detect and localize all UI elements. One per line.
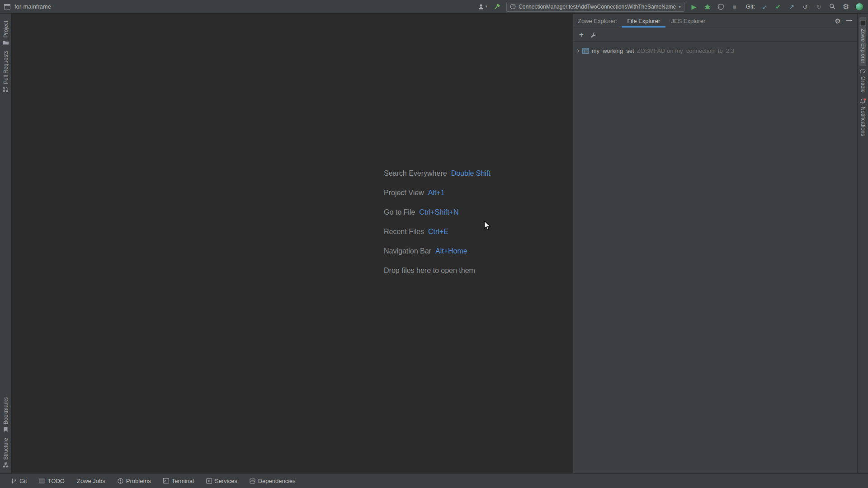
settings-gear-icon[interactable]: ⚙: [842, 2, 850, 11]
panel-title: Zowe Explorer:: [578, 18, 617, 24]
bottom-tool-bar: Git TODO Zowe Jobs Problems Terminal Ser…: [0, 473, 868, 488]
right-stripe-top: Zowe Explorer Gradle Notifications: [859, 17, 866, 139]
run-config-name: ConnectionManager.testAddTwoConnectionsW…: [519, 4, 676, 10]
git-push-icon[interactable]: ↗: [788, 2, 796, 11]
toolbutton-label: Dependencies: [258, 478, 296, 484]
hint-navigation-bar: Navigation BarAlt+Home: [384, 247, 491, 255]
code-with-me-icon[interactable]: ▾: [478, 2, 488, 11]
pull-request-icon: [3, 86, 9, 92]
play-icon: ▶: [691, 4, 696, 10]
toolbutton-dependencies[interactable]: Dependencies: [250, 478, 296, 484]
git-label: Git:: [746, 3, 755, 10]
panel-header-actions: ⚙: [835, 14, 857, 28]
coverage-button[interactable]: [717, 2, 725, 11]
sidebar-item-gradle[interactable]: Gradle: [859, 66, 866, 95]
zowe-tool-icon: [860, 20, 866, 26]
structure-stripe-label: Structure: [3, 438, 9, 460]
gradle-icon: [859, 69, 866, 74]
working-set-name: my_working_set: [592, 47, 634, 54]
tree-item-working-set[interactable]: › my_working_set ZOSMFAD on my_connectio…: [573, 46, 857, 56]
sidebar-item-zowe-explorer[interactable]: Zowe Explorer: [859, 17, 866, 66]
right-tool-stripe: Zowe Explorer Gradle Notifications: [857, 14, 868, 473]
panel-settings-gear-icon[interactable]: ⚙: [835, 18, 841, 24]
sidebar-item-project[interactable]: Project: [3, 18, 9, 48]
git-update-icon[interactable]: ↙: [760, 2, 769, 11]
history-icon[interactable]: ↻: [815, 2, 823, 11]
stop-icon: ■: [733, 4, 736, 10]
zowe-panel-toolbar: +: [573, 28, 857, 42]
hint-go-to-file: Go to FileCtrl+Shift+N: [384, 208, 491, 216]
hint-drop-files: Drop files here to open them: [384, 267, 491, 274]
toolbutton-label: Git: [19, 478, 27, 484]
chevron-down-icon: ▾: [486, 5, 488, 9]
app-window-icon: [4, 4, 11, 10]
hint-project-view: Project ViewAlt+1: [384, 189, 491, 197]
zowe-explorer-panel: Zowe Explorer: File Explorer JES Explore…: [573, 14, 857, 473]
gradle-stripe-label: Gradle: [860, 76, 866, 93]
zowe-tree: › my_working_set ZOSMFAD on my_connectio…: [573, 42, 857, 56]
shortcut-hints: Search EverywhereDouble Shift Project Vi…: [384, 169, 491, 286]
add-icon[interactable]: +: [579, 31, 584, 38]
stop-button[interactable]: ■: [731, 2, 739, 11]
working-set-detail: ZOSMFAD on my_connection_to_2.3: [637, 47, 734, 54]
tab-label: File Explorer: [627, 18, 660, 24]
shield-icon: [718, 4, 724, 10]
avatar[interactable]: [855, 3, 863, 11]
terminal-icon: [163, 478, 169, 483]
build-hammer-icon[interactable]: [493, 2, 501, 11]
toolbutton-git[interactable]: Git: [11, 478, 27, 484]
debug-button[interactable]: [703, 2, 712, 11]
sidebar-item-pull-requests[interactable]: Pull Requests: [3, 48, 9, 95]
title-bar: for-mainframe ▾ ConnectionManager.testAd…: [0, 0, 868, 14]
toolbutton-label: Services: [215, 478, 237, 484]
chevron-right-icon[interactable]: ›: [577, 47, 580, 54]
toolbutton-label: Terminal: [172, 478, 194, 484]
git-commit-check-icon[interactable]: ✔: [774, 2, 782, 11]
project-stripe-label: Project: [3, 21, 9, 38]
run-button[interactable]: ▶: [690, 2, 698, 11]
structure-icon: [3, 462, 9, 468]
toolbutton-terminal[interactable]: Terminal: [163, 478, 194, 484]
left-stripe-top: Project Pull Requests: [3, 18, 9, 95]
pull-requests-stripe-label: Pull Requests: [3, 51, 9, 84]
tab-jes-explorer[interactable]: JES Explorer: [665, 14, 711, 28]
run-config-icon: [510, 4, 516, 9]
notification-bell-icon: [860, 98, 866, 104]
toolbutton-label: Problems: [126, 478, 151, 484]
folder-icon: [3, 40, 9, 45]
git-branch-icon: [11, 478, 17, 484]
services-icon: [206, 478, 212, 484]
wrench-icon[interactable]: [590, 32, 597, 38]
toolbutton-label: Zowe Jobs: [77, 478, 105, 484]
toolbutton-problems[interactable]: Problems: [118, 478, 151, 484]
mouse-cursor: [484, 221, 492, 230]
working-set-icon: [582, 48, 589, 54]
hint-search-everywhere: Search EverywhereDouble Shift: [384, 169, 491, 177]
notifications-stripe-label: Notifications: [860, 107, 866, 136]
sidebar-item-bookmarks[interactable]: Bookmarks: [3, 394, 9, 435]
bookmark-icon: [3, 427, 8, 432]
titlebar-actions: ▾ ConnectionManager.testAddTwoConnection…: [478, 2, 863, 12]
todo-list-icon: [39, 479, 45, 483]
toolbutton-services[interactable]: Services: [206, 478, 237, 484]
search-icon[interactable]: [828, 2, 836, 11]
sidebar-item-notifications[interactable]: Notifications: [859, 95, 866, 139]
problems-icon: [118, 478, 123, 484]
run-configuration-select[interactable]: ConnectionManager.testAddTwoConnectionsW…: [506, 2, 684, 12]
chevron-down-icon: ▾: [679, 5, 681, 9]
toolbutton-todo[interactable]: TODO: [39, 478, 65, 484]
hint-recent-files: Recent FilesCtrl+E: [384, 228, 491, 235]
bug-icon: [704, 4, 711, 10]
dependencies-icon: [250, 478, 255, 484]
bookmarks-stripe-label: Bookmarks: [3, 397, 9, 424]
sidebar-item-structure[interactable]: Structure: [3, 435, 9, 470]
hide-panel-icon[interactable]: [846, 20, 852, 21]
editor-area[interactable]: Search EverywhereDouble Shift Project Vi…: [12, 14, 573, 473]
toolbutton-label: TODO: [48, 478, 65, 484]
left-stripe-bottom: Bookmarks Structure: [3, 394, 9, 470]
toolbutton-zowe-jobs[interactable]: Zowe Jobs: [77, 478, 105, 484]
tab-file-explorer[interactable]: File Explorer: [622, 14, 665, 28]
rollback-icon[interactable]: ↺: [801, 2, 809, 11]
tab-label: JES Explorer: [671, 18, 705, 24]
zowe-panel-header: Zowe Explorer: File Explorer JES Explore…: [573, 14, 857, 28]
